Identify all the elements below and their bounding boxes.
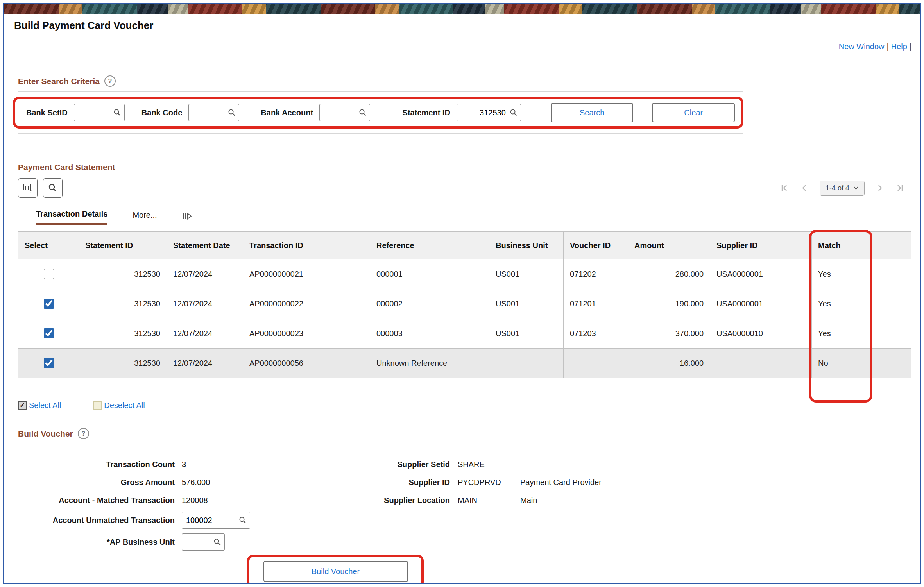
gross-amount-label: Gross Amount	[18, 478, 175, 487]
link-separator: |	[910, 42, 911, 51]
cell-statement-date: 12/07/2024	[167, 319, 243, 349]
personalize-grid-icon[interactable]	[18, 178, 38, 198]
col-transaction-id: Transaction ID	[243, 232, 370, 259]
cell-amount: 16.000	[628, 349, 710, 378]
row-select-checkbox[interactable]	[44, 299, 54, 309]
cell-statement-id: 312530	[79, 349, 167, 378]
col-statement-id: Statement ID	[79, 232, 167, 259]
col-voucher-id: Voucher ID	[564, 232, 628, 259]
cell-reference: 000001	[370, 259, 489, 289]
deselect-all-link[interactable]: Deselect All	[93, 401, 145, 410]
payment-card-statement-section: Payment Card Statement 1-4 of 4	[18, 163, 906, 410]
deselect-all-checkbox-icon	[93, 401, 102, 410]
cell-amount: 370.000	[628, 319, 710, 349]
cell-reference: 000003	[370, 319, 489, 349]
search-button[interactable]: Search	[551, 103, 634, 122]
select-all-label: Select All	[29, 401, 61, 410]
bank-setid-label: Bank SetID	[26, 108, 68, 117]
row-select-checkbox[interactable]	[44, 269, 54, 279]
cell-transaction-id: AP0000000022	[243, 289, 370, 319]
new-window-link[interactable]: New Window	[839, 42, 885, 51]
build-voucher-section: Build Voucher ? Transaction Count 3 Supp…	[18, 428, 906, 584]
table-row: 312530 12/07/2024 AP0000000021 000001 US…	[18, 259, 911, 289]
table-header-row: Select Statement ID Statement Date Trans…	[18, 232, 911, 259]
clear-button[interactable]: Clear	[652, 103, 735, 122]
header-links: New Window|Help|	[4, 38, 920, 51]
col-business-unit: Business Unit	[489, 232, 564, 259]
cell-voucher-id: 071203	[564, 319, 628, 349]
account-matched-label: Account - Matched Transaction	[18, 496, 175, 505]
select-all-link[interactable]: Select All	[18, 401, 61, 410]
cell-voucher-id: 071201	[564, 289, 628, 319]
account-unmatched-label: Account Unmatched Transaction	[18, 516, 175, 525]
bank-code-lookup	[188, 104, 239, 121]
next-page-icon	[876, 184, 884, 192]
search-criteria-heading-text: Enter Search Criteria	[18, 77, 100, 86]
col-statement-date: Statement Date	[167, 232, 243, 259]
lookup-icon[interactable]	[228, 109, 236, 116]
build-row: Gross Amount 576.000 Supplier ID PYCDPRV…	[18, 476, 653, 489]
cell-supplier-id: USA0000001	[710, 259, 812, 289]
statement-id-label: Statement ID	[403, 108, 450, 117]
ap-business-unit-lookup	[182, 533, 225, 551]
col-select: Select	[18, 232, 79, 259]
transaction-table-wrap: Select Statement ID Statement Date Trans…	[18, 231, 911, 378]
search-fields-row: Bank SetID Bank Code Bank Account	[26, 103, 735, 122]
tab-more[interactable]: More...	[133, 211, 157, 225]
transaction-table: Select Statement ID Statement Date Trans…	[18, 231, 911, 378]
lookup-icon[interactable]	[239, 516, 247, 524]
row-select-checkbox[interactable]	[44, 328, 54, 338]
tab-transaction-details[interactable]: Transaction Details	[36, 209, 107, 225]
cell-match: Yes	[812, 319, 911, 349]
supplier-id-desc: Payment Card Provider	[520, 478, 602, 487]
cell-business-unit: US001	[489, 289, 564, 319]
first-page-icon	[781, 184, 789, 192]
supplier-id-label: Supplier ID	[333, 478, 450, 487]
grid-toolbar: 1-4 of 4	[18, 178, 906, 198]
supplier-setid-label: Supplier Setid	[333, 460, 450, 469]
lookup-icon[interactable]	[213, 538, 221, 546]
account-unmatched-lookup	[182, 512, 250, 529]
help-icon[interactable]: ?	[104, 75, 116, 87]
cell-match: No	[812, 349, 911, 378]
lookup-icon[interactable]	[510, 109, 518, 116]
lookup-icon[interactable]	[113, 109, 121, 116]
cell-transaction-id: AP0000000056	[243, 349, 370, 378]
cell-supplier-id: USA0000010	[710, 319, 812, 349]
supplier-location-label: Supplier Location	[333, 496, 450, 505]
build-row: *AP Business Unit	[18, 533, 653, 551]
grid-search-icon[interactable]	[43, 178, 63, 198]
cell-transaction-id: AP0000000021	[243, 259, 370, 289]
cell-statement-id: 312530	[79, 289, 167, 319]
show-all-columns-icon[interactable]	[182, 212, 192, 225]
cell-amount: 190.000	[628, 289, 710, 319]
cell-statement-id: 312530	[79, 319, 167, 349]
build-voucher-heading: Build Voucher ?	[18, 428, 906, 439]
row-select-checkbox[interactable]	[44, 358, 54, 368]
row-range-select[interactable]: 1-4 of 4	[820, 181, 865, 196]
ap-business-unit-label: *AP Business Unit	[18, 538, 175, 547]
build-voucher-heading-text: Build Voucher	[18, 429, 73, 438]
supplier-location-desc: Main	[520, 496, 537, 505]
cell-business-unit: US001	[489, 319, 564, 349]
page-title: Build Payment Card Voucher	[4, 14, 920, 38]
table-row: 312530 12/07/2024 AP0000000056 Unknown R…	[18, 349, 911, 378]
row-range-text: 1-4 of 4	[826, 184, 849, 192]
select-all-checkbox-icon	[18, 401, 27, 410]
build-button-row: Build Voucher	[18, 561, 653, 582]
build-voucher-button[interactable]: Build Voucher	[263, 561, 408, 582]
bank-code-label: Bank Code	[141, 108, 182, 117]
statement-id-lookup	[457, 104, 521, 121]
cell-supplier-id: USA0000001	[710, 289, 812, 319]
build-voucher-box: Transaction Count 3 Supplier Setid SHARE…	[18, 444, 653, 584]
cell-match: Yes	[812, 259, 911, 289]
search-criteria-section: Enter Search Criteria ? Bank SetID Bank …	[18, 75, 906, 134]
deselect-all-label: Deselect All	[104, 401, 145, 410]
help-link[interactable]: Help	[891, 42, 907, 51]
cell-business-unit	[489, 349, 564, 378]
help-icon[interactable]: ?	[78, 428, 89, 439]
cell-voucher-id: 071202	[564, 259, 628, 289]
cell-reference: Unknown Reference	[370, 349, 489, 378]
search-criteria-heading: Enter Search Criteria ?	[18, 75, 906, 87]
lookup-icon[interactable]	[359, 109, 367, 116]
